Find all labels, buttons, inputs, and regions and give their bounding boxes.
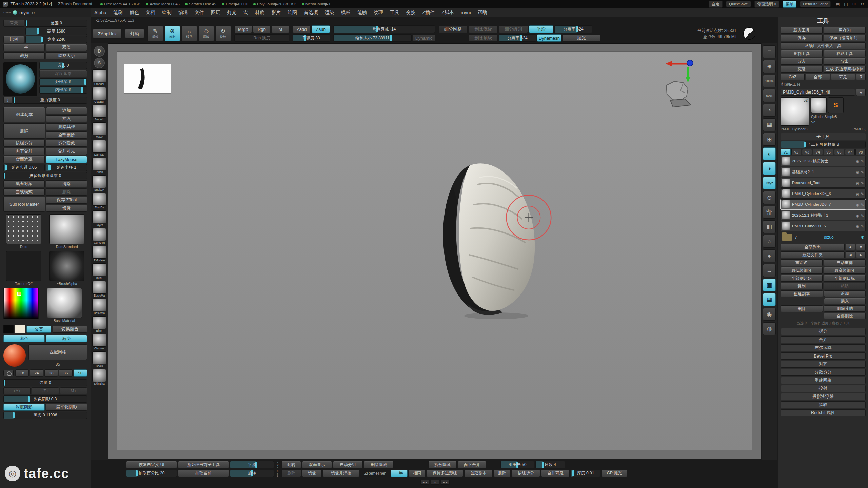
brush-slot[interactable]: Chalk (92, 351, 107, 368)
menu-item[interactable]: 笔刷 (110, 8, 126, 17)
PM3D_Cube3D1_5[interactable]: PM3D_Cube3D1_5 (781, 221, 866, 231)
texture-thumbnail[interactable]: Texture Off (3, 251, 44, 286)
gizmo-icon[interactable]: ⊙ (763, 191, 776, 204)
menu-item[interactable]: Z脚本 (438, 8, 457, 17)
tool-thumbnail-simpleb[interactable]: S (828, 97, 844, 113)
scale-mode-button[interactable]: ◇缩放 (198, 25, 214, 42)
brush-slot[interactable]: Layer (92, 210, 107, 227)
button-曲线模式[interactable]: 曲线模式 (3, 188, 45, 196)
menu-item[interactable]: 绘制 (159, 8, 175, 17)
slider-环数-4[interactable]: 环数 4 (535, 461, 565, 468)
zadd-button[interactable]: Zadd (293, 25, 311, 33)
brush-slot[interactable]: Move (92, 122, 107, 139)
slider-宽度-2240[interactable]: 宽度 2240 (25, 36, 87, 43)
button-subtool-master[interactable]: SubTool Master (3, 197, 45, 212)
material-ball-icon[interactable] (743, 27, 755, 40)
color-picker[interactable] (3, 288, 39, 319)
slider-对象阴影-0-3[interactable]: 对象阴影 0.3 (3, 395, 87, 403)
palette-section[interactable]: 投射 (781, 385, 866, 392)
mrgb-button[interactable]: Mrgb (234, 25, 252, 33)
frame-icon[interactable]: ▣ (763, 279, 776, 291)
button-双倍[interactable]: 双倍 (46, 44, 87, 51)
button-item[interactable]: ◄ (846, 251, 855, 258)
paint-icon[interactable] (861, 158, 864, 164)
window-icon[interactable]: ▤ (835, 2, 841, 6)
menu-item[interactable]: 文件 (191, 8, 208, 17)
button-双面显示[interactable]: 双面显示 (302, 461, 332, 468)
palette-section[interactable]: 布尔运算 (781, 344, 866, 351)
line-fill-button[interactable]: Line Fill (763, 206, 776, 219)
button-保存-ztool[interactable]: 保存 ZTool (46, 197, 87, 204)
button-深度阴影[interactable]: 深度阴影 (3, 404, 45, 411)
button-创建副本[interactable]: 创建副本 (781, 290, 823, 297)
smooth-toggle[interactable]: 平滑 (529, 25, 553, 33)
brush-slot[interactable]: Inflat (92, 263, 107, 280)
window-icon[interactable]: ⊞ (851, 2, 857, 6)
button-拆分隐藏[interactable]: 拆分隐藏 (428, 461, 457, 468)
button-背面遮罩[interactable]: 背面遮罩 (3, 156, 45, 163)
button-插入[interactable]: 插入 (824, 298, 866, 304)
button-删除隐藏[interactable]: 删除隐藏 (364, 461, 394, 468)
subtool-visibility-tab[interactable]: V5 (824, 149, 834, 155)
focal-length-button[interactable]: 28 (44, 369, 58, 377)
palette-section[interactable]: 对齐 (781, 361, 866, 368)
button-背景[interactable]: 背景 (3, 20, 24, 27)
window-icon[interactable]: ◫ (843, 2, 849, 6)
button-粘贴[interactable]: 粘贴 (824, 283, 866, 289)
rotate-mode-button[interactable]: ↻旋转 (215, 25, 231, 42)
actual-size-button[interactable]: 100% (763, 75, 776, 87)
alpha-thumbnail[interactable]: ~BrushAlpha (47, 251, 87, 286)
button-新建文件夹[interactable]: 新建文件夹 (781, 251, 845, 258)
button-克隆[interactable]: 克隆 (781, 66, 823, 73)
paint-icon[interactable] (861, 180, 864, 186)
alt-color-button[interactable]: 交替 (26, 326, 51, 333)
sdiv-level-slider[interactable]: 细分级别 (499, 25, 528, 33)
xpose-icon[interactable]: ↔ (763, 264, 776, 277)
button-追加[interactable]: 追加 (824, 290, 866, 297)
button-最低级细分[interactable]: 最低级细分 (781, 267, 823, 274)
palette-section[interactable]: 合并 (781, 336, 866, 343)
button-着色[interactable]: 着色 (3, 335, 45, 342)
menu-item[interactable]: 灯光 (224, 8, 240, 17)
gear-icon[interactable] (861, 234, 864, 240)
divide-button[interactable]: 细分网格 (438, 25, 468, 33)
dynamesh-button[interactable]: Dynamesh (537, 34, 561, 42)
button-gp-抛光[interactable]: GP 抛光 (601, 470, 627, 477)
button-可见[interactable]: 可见 (831, 74, 855, 80)
slider-重力强度-0[interactable]: 重力强度 0 (13, 97, 87, 104)
brush-slot[interactable]: DamSta (92, 140, 107, 156)
menu-item[interactable]: 文档 (142, 8, 159, 17)
Recovered_Tool[interactable]: Recovered_Tool (781, 178, 866, 188)
button-渐变[interactable]: 渐变 (46, 335, 87, 342)
menu-item[interactable]: 渲染 (321, 8, 338, 17)
menu-item[interactable]: 编辑 (175, 8, 191, 17)
draw-size-slider[interactable]: 绘制大小 73.88911 (333, 34, 412, 42)
2025.12.26 触摸骑士[interactable]: 2025.12.26 触摸骑士 (781, 156, 866, 166)
slider-平滑[interactable]: 平滑 (230, 461, 274, 468)
slider-抽取百分比-20[interactable]: 抽取百分比 20 (126, 470, 177, 477)
slider-厚度-0-01[interactable]: 厚度 0.01 (571, 470, 600, 477)
menu-item[interactable]: myui (457, 8, 474, 17)
button-item[interactable]: ► (856, 251, 866, 258)
button-重命名[interactable]: 重命名 (781, 259, 823, 266)
eye-icon[interactable] (856, 180, 859, 186)
palette-section[interactable]: Bevel Pro (781, 352, 866, 360)
button-按组拆分[interactable]: 按组拆分 (3, 140, 45, 147)
slider-高度-1680[interactable]: 高度 1680 (25, 28, 87, 35)
button-复制工具[interactable]: 复制工具 (781, 50, 823, 57)
gravity-icon[interactable]: ↓ (3, 97, 12, 104)
brush-slot[interactable]: CurveTu (92, 228, 107, 244)
symmetry-icon[interactable]: ◑ (763, 162, 776, 175)
button-调整大小[interactable]: 调整大小 (46, 52, 87, 59)
z-intensity-slider[interactable]: Z 强度 33 (293, 34, 330, 42)
eye-icon[interactable] (856, 169, 859, 175)
button-抽取当前[interactable]: 抽取当前 (178, 470, 229, 477)
subtool-visibility-tab[interactable]: V2 (791, 149, 802, 155)
menu-item[interactable]: 影片 (268, 8, 284, 17)
eye-icon[interactable] (856, 201, 859, 207)
slider-旋转[interactable]: 旋转 (230, 470, 274, 477)
document-area[interactable] (117, 51, 752, 450)
PM3D_Cylinder3D6_6[interactable]: PM3D_Cylinder3D6_6 (781, 188, 866, 199)
brush-thumbnail[interactable]: DamStandard (47, 214, 87, 249)
button-最高级细分[interactable]: 最高级细分 (824, 267, 866, 274)
